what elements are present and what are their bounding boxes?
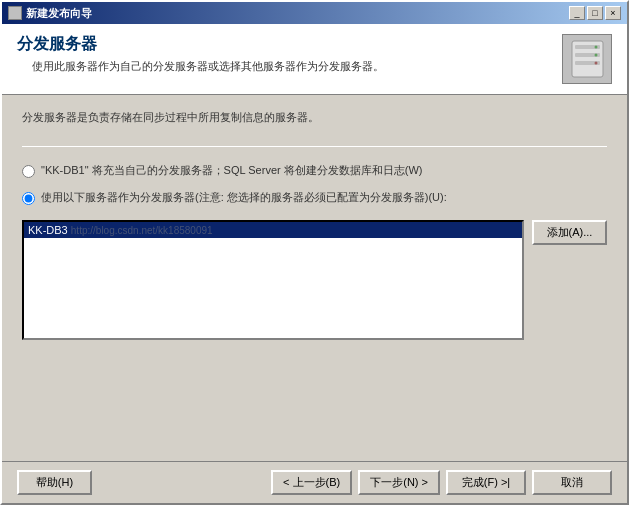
title-bar-text: 新建发布向导 (8, 6, 92, 21)
divider (22, 146, 607, 147)
list-item[interactable]: KK-DB3 http://blog.csdn.net/kk18580091 (24, 222, 522, 238)
next-button[interactable]: 下一步(N) > (358, 470, 440, 495)
radio-self[interactable] (22, 165, 35, 178)
footer-right: < 上一步(B) 下一步(N) > 完成(F) >| 取消 (271, 470, 612, 495)
minimize-button[interactable]: _ (569, 6, 585, 20)
radio-other[interactable] (22, 192, 35, 205)
title-bar: 新建发布向导 _ □ × (2, 2, 627, 24)
content-area: 分发服务器 使用此服务器作为自己的分发服务器或选择其他服务器作为分发服务器。 分… (2, 24, 627, 503)
server-listbox[interactable]: KK-DB3 http://blog.csdn.net/kk18580091 (22, 220, 524, 340)
radio-option-2-label: 使用以下服务器作为分发服务器(注意: 您选择的服务器必须已配置为分发服务器)(U… (41, 190, 447, 205)
radio-group: "KK-DB1" 将充当自己的分发服务器；SQL Server 将创建分发数据库… (22, 163, 607, 206)
finish-button[interactable]: 完成(F) >| (446, 470, 526, 495)
svg-point-4 (594, 46, 597, 49)
server-icon (570, 39, 605, 79)
add-server-button[interactable]: 添加(A)... (532, 220, 607, 245)
main-section: 分发服务器是负责存储在同步过程中所用复制信息的服务器。 "KK-DB1" 将充当… (2, 95, 627, 461)
window-icon (8, 6, 22, 20)
footer-section: 帮助(H) < 上一步(B) 下一步(N) > 完成(F) >| 取消 (2, 461, 627, 503)
description-text: 分发服务器是负责存储在同步过程中所用复制信息的服务器。 (22, 110, 607, 130)
back-button[interactable]: < 上一步(B) (271, 470, 352, 495)
radio-option-1[interactable]: "KK-DB1" 将充当自己的分发服务器；SQL Server 将创建分发数据库… (22, 163, 607, 178)
add-button-area: 添加(A)... (532, 220, 607, 446)
svg-point-6 (594, 62, 597, 65)
help-button[interactable]: 帮助(H) (17, 470, 92, 495)
radio-option-2[interactable]: 使用以下服务器作为分发服务器(注意: 您选择的服务器必须已配置为分发服务器)(U… (22, 190, 607, 205)
page-subtitle: 使用此服务器作为自己的分发服务器或选择其他服务器作为分发服务器。 (32, 59, 552, 74)
radio-option-1-label: "KK-DB1" 将充当自己的分发服务器；SQL Server 将创建分发数据库… (41, 163, 422, 178)
header-icon (562, 34, 612, 84)
header-section: 分发服务器 使用此服务器作为自己的分发服务器或选择其他服务器作为分发服务器。 (2, 24, 627, 95)
page-title: 分发服务器 (17, 34, 552, 55)
cancel-button[interactable]: 取消 (532, 470, 612, 495)
window-title: 新建发布向导 (26, 6, 92, 21)
maximize-button[interactable]: □ (587, 6, 603, 20)
header-text: 分发服务器 使用此服务器作为自己的分发服务器或选择其他服务器作为分发服务器。 (17, 34, 552, 74)
server-name: KK-DB3 (28, 224, 68, 236)
svg-point-5 (594, 54, 597, 57)
title-controls: _ □ × (569, 6, 621, 20)
server-list-container: KK-DB3 http://blog.csdn.net/kk18580091 添… (22, 220, 607, 446)
watermark-text: http://blog.csdn.net/kk18580091 (71, 225, 213, 236)
close-button[interactable]: × (605, 6, 621, 20)
footer-left: 帮助(H) (17, 470, 92, 495)
main-window: 新建发布向导 _ □ × 分发服务器 使用此服务器作为自己的分发服务器或选择其他… (0, 0, 629, 505)
